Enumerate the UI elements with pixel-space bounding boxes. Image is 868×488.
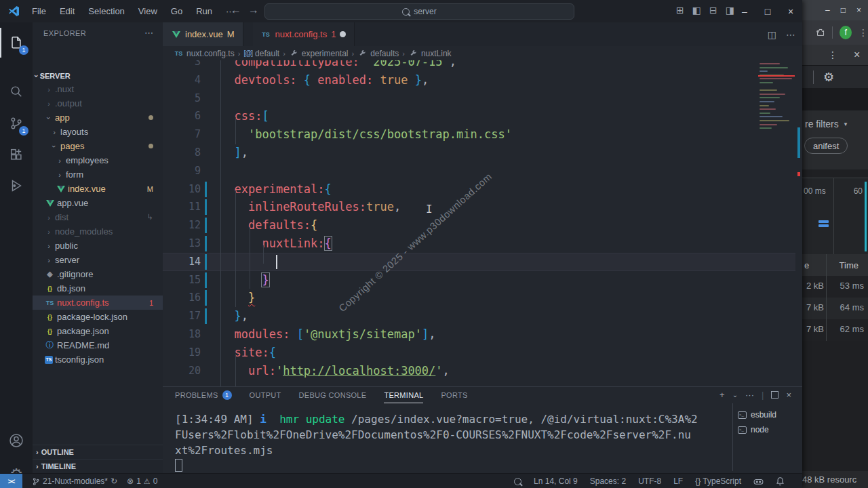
code-line-3[interactable]: 3 compatibilityDate: '2025-07-15', (163, 60, 802, 71)
code-line-6[interactable]: 6 css:[ (163, 107, 802, 125)
code-line-14[interactable]: 14 (163, 253, 802, 271)
command-search-input[interactable]: server (264, 3, 574, 20)
indentation-indicator[interactable]: Spaces: 2 (590, 476, 626, 486)
panel-tab-debug-console[interactable]: DEBUG CONSOLE (299, 387, 367, 403)
eol-indicator[interactable]: LF (673, 476, 683, 486)
section-server[interactable]: › SERVER (35, 70, 160, 81)
extensions-icon[interactable] (0, 140, 33, 169)
code-line-19[interactable]: 19 site:{ (163, 344, 802, 362)
code-line-8[interactable]: 8 ], (163, 144, 802, 162)
manifest-filter-chip[interactable]: anifest (804, 138, 848, 154)
tree-item-db.json[interactable]: {}db.json (33, 281, 163, 296)
split-editor-icon[interactable]: ◫ (768, 29, 776, 40)
tree-item-.gitignore[interactable]: ◈.gitignore (33, 267, 163, 281)
tree-item-package.json[interactable]: {}package.json (33, 324, 163, 338)
code-line-7[interactable]: 7 'bootstrap/dist/css/bootstrap.min.css' (163, 125, 802, 144)
code-line-12[interactable]: 12 defaults:{ (163, 216, 802, 235)
explorer-icon[interactable]: 1 (0, 28, 33, 58)
code-line-5[interactable]: 5 (163, 89, 802, 108)
nav-back-button[interactable]: ← (231, 4, 241, 16)
tree-item-node_modules[interactable]: ›node_modules (33, 224, 163, 239)
browser-close-button[interactable]: × (856, 5, 861, 15)
terminal-instance-esbuild[interactable]: >_esbuild (738, 407, 802, 422)
tree-item-app[interactable]: ›app (33, 110, 163, 125)
panel-tab-ports[interactable]: PORTS (441, 387, 467, 403)
terminal-dropdown-icon[interactable]: ⌄ (732, 391, 738, 399)
code-line-4[interactable]: 4 devtools: { enabled: true }, (163, 71, 802, 89)
menu-view[interactable]: View (132, 3, 163, 19)
more-filters-label[interactable]: re filters (805, 119, 839, 129)
customize-layout-icon[interactable]: ⊞ (676, 5, 684, 16)
problems-indicator[interactable]: ⊗ 1 ⚠ 0 (127, 476, 157, 486)
code-line-20[interactable]: 20 url:'http://localhost:3000/', (163, 362, 802, 380)
profile-avatar[interactable]: f (840, 26, 852, 39)
tree-item-layouts[interactable]: ›layouts (33, 125, 163, 139)
close-panel-icon[interactable]: × (786, 390, 791, 400)
breadcrumb-item-nuxt.config.ts[interactable]: TSnuxt.config.ts (174, 49, 235, 58)
copilot-icon[interactable] (753, 477, 764, 486)
breadcrumb-item-default[interactable]: [@]default (243, 49, 279, 58)
tree-item-README.md[interactable]: ⓘREADME.md (33, 338, 163, 352)
account-icon[interactable] (0, 426, 33, 455)
tree-item-.nuxt[interactable]: ›.nuxt (33, 82, 163, 96)
tree-item-app.vue[interactable]: app.vue (33, 196, 163, 210)
toggle-sidebar-icon[interactable]: ◧ (692, 5, 701, 16)
close-button[interactable]: × (779, 0, 802, 22)
nav-forward-button[interactable]: → (248, 4, 259, 16)
tree-item-employees[interactable]: ›employees (33, 153, 163, 167)
dirty-dot-icon[interactable] (340, 31, 346, 37)
code-line-17[interactable]: 17 }, (163, 307, 802, 325)
code-line-11[interactable]: 11 inlineRouteRules:true, (163, 198, 802, 216)
menu-edit[interactable]: Edit (54, 3, 81, 19)
tab-nuxt.config.ts[interactable]: TSnuxt.config.ts1 (253, 22, 355, 46)
explorer-more-actions-icon[interactable]: ⋯ (144, 28, 153, 38)
overview-handle-icon[interactable] (818, 224, 829, 227)
extensions-puzzle-icon[interactable] (816, 27, 825, 38)
toggle-panel-icon[interactable]: ⊟ (709, 5, 717, 16)
tree-item-dist[interactable]: ›dist↳ (33, 210, 163, 224)
more-actions-icon[interactable]: ⋯ (786, 29, 795, 40)
notifications-bell-icon[interactable] (776, 476, 785, 486)
breadcrumb-item-experimental[interactable]: experimental (289, 49, 349, 58)
encoding-indicator[interactable]: UTF-8 (638, 476, 661, 486)
menu-selection[interactable]: Selection (82, 3, 130, 19)
terminal-output[interactable]: [1:34:49 AM] i hmr update /pages/index.v… (175, 411, 698, 458)
code-line-15[interactable]: 15 } (163, 271, 802, 289)
tree-item-server[interactable]: ›server (33, 253, 163, 267)
network-request-row[interactable]: 7 kB62 ms (802, 319, 868, 341)
menu-run[interactable]: Run (190, 3, 218, 19)
panel-tab-problems[interactable]: PROBLEMS1 (175, 387, 232, 403)
breadcrumb-item-nuxtLink[interactable]: nuxtLink (408, 49, 452, 58)
tab-index.vue[interactable]: index.vueM (163, 22, 243, 46)
devtools-menu-icon[interactable]: ⋮ (828, 49, 837, 60)
tree-item-public[interactable]: ›public (33, 239, 163, 253)
menu-file[interactable]: File (26, 3, 52, 19)
tree-item-.output[interactable]: ›.output (33, 96, 163, 110)
devtools-gear-icon[interactable]: ⚙ (823, 70, 834, 85)
section-timeline[interactable]: › TIMELINE (33, 459, 163, 473)
search-sidebar-icon[interactable] (0, 77, 33, 106)
panel-tab-terminal[interactable]: TERMINAL (384, 387, 423, 403)
branch-indicator[interactable]: 21-Nuxt-modules* ↻ (32, 476, 117, 486)
network-request-row[interactable]: 2 kB53 ms (802, 276, 868, 298)
remote-indicator[interactable]: >< (0, 474, 22, 488)
tree-item-form[interactable]: ›form (33, 167, 163, 182)
devtools-close-icon[interactable]: × (854, 49, 860, 61)
sync-icon[interactable]: ↻ (111, 476, 117, 486)
breadcrumb-item-defaults[interactable]: defaults (357, 49, 399, 58)
browser-menu-icon[interactable]: ⋮ (859, 27, 868, 38)
size-column-header[interactable]: e (804, 254, 809, 276)
code-line-16[interactable]: 16 } (163, 289, 802, 307)
maximize-panel-icon[interactable] (771, 391, 778, 399)
code-line-18[interactable]: 18 modules: ['@nuxtjs/sitemap'], (163, 325, 802, 344)
terminal-instance-node[interactable]: >_node (738, 422, 802, 437)
cursor-position[interactable]: Ln 14, Col 9 (534, 476, 578, 486)
time-column-header[interactable]: Time (840, 254, 859, 276)
maximize-button[interactable]: □ (756, 0, 779, 22)
tree-item-index.vue[interactable]: index.vueM (33, 182, 163, 196)
minimap[interactable] (758, 60, 797, 140)
panel-tab-output[interactable]: OUTPUT (250, 387, 281, 403)
browser-maximize-button[interactable]: □ (841, 5, 846, 15)
code-line-13[interactable]: 13 nuxtLink:{ (163, 235, 802, 253)
language-indicator[interactable]: {} TypeScript (695, 476, 741, 486)
